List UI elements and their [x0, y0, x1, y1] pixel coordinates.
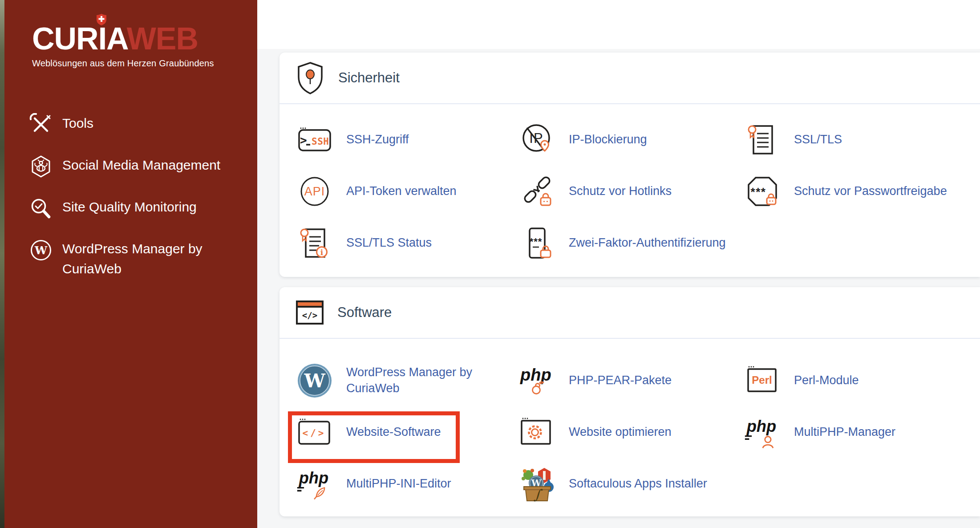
phone-password-lock-icon: ***	[518, 220, 556, 266]
sicherheit-grid: > SSH SSH-Zugriff IP	[279, 104, 980, 269]
svg-text:php: php	[299, 469, 329, 487]
item-multiphp-ini-editor[interactable]: php MultiPHP-INI-Editor	[296, 461, 518, 507]
item-label: SSH-Zugriff	[346, 132, 409, 148]
sidebar-item-label: Site Quality Monitoring	[62, 197, 197, 217]
wordpress-blue-icon: W	[296, 357, 334, 404]
software-grid: W WordPress Manager by CuriaWeb php	[279, 339, 980, 510]
sidebar-item-label: Tools	[62, 113, 93, 133]
sidebar-item-tools[interactable]: Tools	[29, 113, 257, 136]
swiss-shield-icon	[96, 13, 107, 26]
item-schutz-vor-passwortfreigabe[interactable]: *** Schutz vor Passwortfreigabe	[743, 168, 980, 215]
item-label: Schutz vor Passwortfreigabe	[794, 183, 947, 199]
code-window-orange-icon: </>	[296, 409, 334, 455]
section-sicherheit: Sicherheit > SSH SSH-Zugriff	[279, 53, 980, 277]
svg-text:>: >	[300, 134, 307, 147]
svg-text:API: API	[304, 185, 325, 198]
item-label: API-Token verwalten	[346, 183, 457, 199]
window-gear-icon	[518, 409, 556, 455]
item-label: SSL/TLS	[794, 132, 842, 148]
brand-name: CURIAWEB	[32, 23, 210, 54]
item-website-optimieren[interactable]: Website optimieren	[518, 409, 743, 455]
brand-logo: CURIAWEB Weblösungen aus dem Herzen Grau…	[32, 23, 210, 69]
item-multiphp-manager[interactable]: php MultiPHP-Manager	[743, 409, 980, 455]
section-software: </> Software W WordPress Manag	[279, 287, 980, 516]
sidebar-item-site-quality-monitoring[interactable]: Site Quality Monitoring	[29, 197, 257, 220]
perl-box-icon: Perl	[743, 357, 782, 404]
certificate-info-icon: i	[296, 220, 334, 266]
item-schutz-vor-hotlinks[interactable]: Schutz vor Hotlinks	[518, 168, 743, 215]
broken-chain-lock-icon	[518, 168, 556, 215]
code-window-icon: </>	[296, 299, 324, 326]
svg-text:</>: </>	[303, 428, 326, 439]
php-quill-icon: php	[296, 461, 334, 507]
item-ip-blockierung[interactable]: IP IP-Blockierung	[518, 117, 743, 163]
item-php-pear-pakete[interactable]: php PHP-PEAR-Pakete	[518, 357, 743, 404]
item-zwei-faktor-authentifizierung[interactable]: *** Zwei-Faktor-Authentifizierung	[518, 220, 743, 266]
svg-text:</>: </>	[302, 310, 317, 320]
section-title: Software	[337, 305, 392, 321]
item-label: WordPress Manager by CuriaWeb	[346, 365, 511, 396]
background-image-strip	[0, 0, 4, 528]
api-circle-icon: API	[296, 168, 334, 215]
item-wordpress-manager[interactable]: W WordPress Manager by CuriaWeb	[296, 357, 518, 404]
wordpress-outline-icon: W	[29, 239, 53, 262]
ssh-terminal-icon: > SSH	[296, 117, 334, 163]
top-bar	[257, 0, 980, 49]
item-label: Softaculous Apps Installer	[569, 476, 707, 492]
php-person-icon: php	[743, 409, 782, 455]
item-ssl-tls-status[interactable]: i SSL/TLS Status	[296, 220, 518, 266]
svg-text:i: i	[320, 248, 324, 257]
shield-pin-icon	[296, 61, 325, 95]
item-perl-module[interactable]: Perl Perl-Module	[743, 357, 980, 404]
main-area: Sicherheit > SSH SSH-Zugriff	[257, 0, 980, 528]
item-website-software[interactable]: </> Website-Software	[296, 409, 518, 455]
sidebar-item-wordpress-manager[interactable]: W WordPress Manager by CuriaWeb	[29, 239, 257, 279]
item-ssl-tls[interactable]: SSL/TLS	[743, 117, 980, 163]
brand-tagline: Weblösungen aus dem Herzen Graubündens	[32, 58, 210, 69]
item-label: IP-Blockierung	[569, 132, 647, 148]
svg-text:SSH: SSH	[312, 136, 329, 147]
octagon-password-lock-icon: ***	[743, 168, 782, 215]
item-label: MultiPHP-INI-Editor	[346, 476, 451, 492]
item-label: SSL/TLS Status	[346, 235, 432, 251]
svg-text:php: php	[520, 366, 551, 384]
item-softaculous-apps-installer[interactable]: W ∫ Softaculous Apps Installer	[518, 461, 743, 507]
sidebar-menu: Tools Social Media Management	[29, 113, 257, 279]
bee-hexagon-icon	[29, 155, 53, 178]
magnifier-check-icon	[29, 197, 53, 220]
item-api-token[interactable]: API API-Token verwalten	[296, 168, 518, 215]
item-label: Website-Software	[346, 424, 441, 440]
php-pear-icon: php	[518, 357, 556, 404]
section-header-software: </> Software	[279, 287, 980, 339]
section-title: Sicherheit	[338, 70, 400, 86]
ip-block-icon: IP	[518, 117, 556, 163]
svg-text:W: W	[304, 370, 325, 392]
sidebar: CURIAWEB Weblösungen aus dem Herzen Grau…	[4, 0, 257, 528]
brand-name-primary: CURIA	[32, 21, 127, 56]
item-label: Perl-Module	[794, 373, 859, 389]
item-label: PHP-PEAR-Pakete	[569, 373, 672, 389]
brand-name-secondary: WEB	[127, 21, 198, 56]
item-label: Website optimieren	[569, 424, 672, 440]
svg-text:***: ***	[751, 185, 766, 199]
sidebar-item-label: Social Media Management	[62, 155, 220, 175]
svg-text:php: php	[746, 417, 777, 435]
svg-text:W: W	[34, 244, 48, 257]
item-ssh-zugriff[interactable]: > SSH SSH-Zugriff	[296, 117, 518, 163]
section-header-sicherheit: Sicherheit	[279, 53, 980, 104]
item-label: MultiPHP-Manager	[794, 424, 895, 440]
tools-icon	[29, 113, 53, 136]
content-area: Sicherheit > SSH SSH-Zugriff	[257, 49, 980, 528]
item-label: Zwei-Faktor-Authentifizierung	[569, 235, 726, 251]
certificate-icon	[743, 117, 782, 163]
item-label: Schutz vor Hotlinks	[569, 183, 672, 199]
sidebar-item-social-media-management[interactable]: Social Media Management	[29, 155, 257, 178]
sidebar-item-label: WordPress Manager by CuriaWeb	[62, 239, 240, 279]
svg-text:***: ***	[530, 236, 543, 247]
svg-text:Perl: Perl	[752, 374, 772, 386]
softaculous-box-icon: W ∫	[518, 461, 556, 507]
